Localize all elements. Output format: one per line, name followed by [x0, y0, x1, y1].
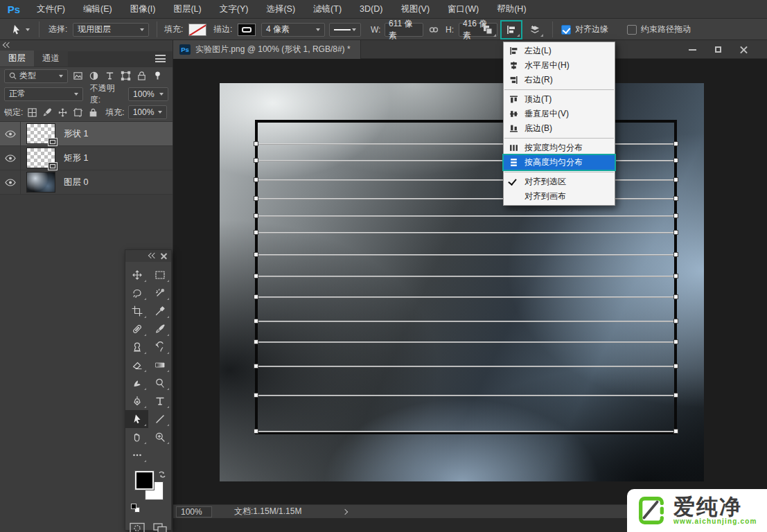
zoom-level-input[interactable]: 100% [176, 506, 212, 517]
menu-layer[interactable]: 图层(L) [164, 0, 210, 18]
menu-item-align-right[interactable]: 右边(R) [504, 73, 615, 87]
layer-row-shape-1[interactable]: 形状 1 [0, 122, 173, 146]
link-dimensions-button[interactable] [428, 19, 439, 40]
brush-tool[interactable] [148, 320, 171, 338]
menu-type[interactable]: 文字(Y) [211, 0, 258, 18]
layer-name[interactable]: 矩形 1 [64, 152, 88, 164]
stroke-style-dropdown[interactable] [329, 23, 361, 37]
menu-item-distribute-height[interactable]: 按高度均匀分布 [504, 155, 615, 170]
path-operations-button[interactable] [478, 21, 497, 38]
lock-pixels-icon[interactable] [42, 107, 53, 118]
edit-toolbar-button[interactable] [125, 446, 148, 464]
stroke-swatch-black[interactable] [238, 24, 256, 36]
shape-line[interactable] [258, 342, 674, 343]
menu-filter[interactable]: 滤镜(T) [304, 0, 351, 18]
swap-colors-icon[interactable] [157, 470, 167, 479]
shape-line[interactable] [258, 232, 674, 233]
line-left-handle[interactable] [254, 177, 258, 182]
line-left-handle[interactable] [254, 274, 258, 278]
menu-3d[interactable]: 3D(D) [351, 0, 391, 18]
collapse-panel-icon[interactable] [3, 43, 10, 48]
tab-layers[interactable]: 图层 [0, 51, 34, 66]
quick-selection-tool[interactable] [148, 284, 171, 302]
quick-mask-button[interactable] [130, 522, 145, 532]
menu-item-align-left[interactable]: 左边(L) [504, 44, 615, 58]
document-tab[interactable]: Ps 实验图片.png @ 100% (形状 1, RGB/8#) * [173, 40, 361, 59]
watermark-url[interactable]: www.aichunjing.com [673, 517, 757, 525]
line-left-handle[interactable] [254, 294, 258, 299]
tools-panel-header[interactable] [125, 250, 171, 262]
shape-line[interactable] [258, 366, 674, 367]
layer-thumbnail-image[interactable] [26, 172, 55, 193]
opacity-dropdown[interactable]: 100% [128, 87, 168, 101]
filter-type-dropdown[interactable]: 类型 [4, 69, 68, 83]
menu-image[interactable]: 图像(I) [121, 0, 165, 18]
align-edges-checkbox[interactable]: 对齐边缘 [561, 19, 608, 40]
shape-line[interactable] [258, 321, 674, 322]
menu-item-align-bottom[interactable]: 底边(B) [504, 121, 615, 136]
lock-artboard-icon[interactable] [72, 107, 84, 118]
line-right-handle[interactable] [673, 196, 678, 201]
layer-row-rect-1[interactable]: 矩形 1 [0, 146, 173, 170]
fill-swatch-none[interactable] [188, 24, 206, 36]
filter-type-layers-icon[interactable] [104, 70, 116, 82]
layer-visibility-toggle[interactable] [0, 122, 21, 146]
line-right-handle[interactable] [673, 230, 678, 235]
line-left-handle[interactable] [254, 364, 258, 369]
filter-shape-layers-icon[interactable] [120, 70, 132, 82]
layer-thumbnail-checker[interactable] [26, 123, 55, 144]
line-left-handle[interactable] [254, 319, 258, 323]
line-right-handle[interactable] [673, 274, 678, 278]
line-right-handle[interactable] [673, 429, 678, 434]
menu-item-align-vcenter[interactable]: 垂直居中(V) [504, 107, 615, 121]
line-right-handle[interactable] [673, 339, 678, 344]
default-colors-icon[interactable] [131, 504, 140, 513]
eyedropper-tool[interactable] [148, 302, 171, 320]
history-brush-tool[interactable] [148, 338, 171, 356]
canvas-image[interactable] [220, 83, 704, 481]
lock-transparency-icon[interactable] [26, 107, 38, 118]
filter-smart-objects-icon[interactable] [136, 70, 148, 82]
filter-adjustment-layers-icon[interactable] [88, 70, 100, 82]
menu-help[interactable]: 帮助(H) [488, 0, 535, 18]
tab-channels[interactable]: 通道 [34, 51, 68, 66]
move-tool[interactable] [125, 266, 148, 284]
line-shape-tool[interactable] [148, 410, 171, 428]
foreground-color-swatch[interactable] [135, 471, 154, 490]
lock-all-icon[interactable] [87, 107, 99, 118]
line-left-handle[interactable] [254, 339, 258, 344]
filter-pixel-layers-icon[interactable] [72, 70, 84, 82]
marquee-tool[interactable] [148, 266, 171, 284]
path-alignment-button[interactable] [502, 21, 521, 38]
line-right-handle[interactable] [673, 177, 678, 182]
eraser-tool[interactable] [125, 356, 148, 374]
path-arrangement-button[interactable] [525, 21, 545, 38]
constrain-path-checkbox[interactable]: 约束路径拖动 [627, 19, 691, 40]
spot-healing-tool[interactable] [125, 320, 148, 338]
smudge-tool[interactable] [125, 374, 148, 392]
shape-line[interactable] [258, 215, 674, 217]
layer-thumbnail-checker[interactable] [26, 148, 55, 168]
menu-item-align-to-selection[interactable]: 对齐到选区 [504, 175, 615, 189]
menu-edit[interactable]: 编辑(E) [74, 0, 121, 18]
shape-line[interactable] [258, 431, 674, 432]
collapse-tools-icon[interactable] [149, 254, 156, 259]
menu-item-align-hcenter[interactable]: 水平居中(H) [504, 58, 615, 73]
line-right-handle[interactable] [673, 294, 678, 299]
lasso-tool[interactable] [125, 284, 148, 302]
maximize-icon[interactable] [714, 46, 722, 53]
menu-item-align-to-canvas[interactable]: 对齐到画布 [504, 189, 615, 204]
gradient-tool[interactable] [148, 356, 171, 374]
line-left-handle[interactable] [254, 230, 258, 235]
line-left-handle[interactable] [254, 196, 258, 201]
lock-position-icon[interactable] [57, 107, 69, 118]
layer-fill-dropdown[interactable]: 100% [128, 105, 167, 119]
clone-stamp-tool[interactable] [125, 338, 148, 356]
menu-item-distribute-width[interactable]: 按宽度均匀分布 [504, 141, 615, 155]
blend-mode-dropdown[interactable]: 正常 [4, 87, 83, 101]
select-mode-dropdown[interactable]: 现用图层 [73, 23, 149, 37]
menu-window[interactable]: 窗口(W) [439, 0, 488, 18]
shape-line[interactable] [258, 276, 674, 277]
width-input[interactable]: 611 像素 [385, 23, 423, 37]
line-right-handle[interactable] [673, 364, 678, 369]
